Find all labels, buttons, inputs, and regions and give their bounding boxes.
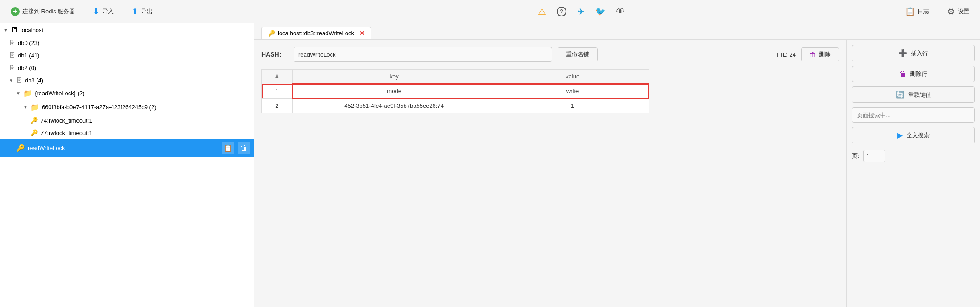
add-icon: ➕	[898, 49, 907, 57]
sidebar-item-localhost[interactable]: ▼ 🖥 localhost	[0, 23, 254, 37]
editor-with-panel: HASH: 重命名键 TTL: 24 🗑 删除 # key	[254, 40, 980, 307]
key2-label: 77:rwlock_timeout:1	[41, 130, 92, 136]
export-label: 导出	[141, 8, 153, 16]
server-icon: 🖥	[11, 26, 18, 34]
triangle-icon: ▼	[16, 91, 21, 96]
eye-icon[interactable]: 👁	[616, 6, 625, 16]
right-panel: ➕ 插入行 🗑 删除行 🔄 重载键值 ▶ 全文搜索 页:	[846, 40, 980, 307]
ttl-label: TTL: 24	[776, 51, 796, 58]
log-button[interactable]: 📋 日志	[901, 5, 933, 18]
toolbar: + 连接到 Redis 服务器 ⬇ 导入 ⬆ 导出 ⚠ ? ✈ 🐦 👁 📋 日志…	[0, 0, 980, 23]
delete-row-button[interactable]: 🗑 删除行	[852, 66, 975, 82]
page-input[interactable]	[863, 150, 885, 162]
triangle-icon: ▼	[4, 28, 8, 33]
folder1-label: {readWriteLock} (2)	[35, 90, 85, 97]
delete-button[interactable]: 🗑 删除	[801, 47, 839, 61]
tab-key-icon: 🔑	[268, 30, 275, 37]
toolbar-center: ⚠ ? ✈ 🐦 👁	[272, 6, 891, 17]
folder-icon: 📁	[30, 103, 39, 111]
rename-key-button[interactable]: 重命名键	[558, 47, 598, 61]
row1-value[interactable]: write	[496, 84, 649, 98]
sidebar-item-db2[interactable]: 🗄 db2 (0)	[0, 61, 254, 74]
table-row[interactable]: 2 452-3b51-4fc4-ae9f-35b7ba55ee26:74 1	[262, 98, 649, 113]
active-key-label: readWriteLock	[28, 145, 65, 151]
active-item-icons: 📋 🗑	[222, 142, 250, 154]
connect-label: 连接到 Redis 服务器	[22, 8, 75, 16]
settings-button[interactable]: ⚙ 设置	[943, 4, 973, 19]
key-icon: 🔑	[30, 129, 38, 136]
twitter-icon[interactable]: 🐦	[595, 7, 605, 16]
hash-type-label: HASH:	[261, 51, 288, 58]
copy-icon-btn[interactable]: 📋	[222, 142, 234, 154]
db2-label: db2 (0)	[18, 65, 36, 71]
fulltext-search-button[interactable]: ▶ 全文搜索	[852, 127, 975, 143]
import-label: 导入	[102, 8, 114, 16]
db-icon: 🗄	[16, 77, 22, 84]
key-icon: 🔑	[16, 144, 25, 152]
toolbar-left: + 连接到 Redis 服务器 ⬇ 导入 ⬆ 导出	[7, 0, 261, 23]
row2-value[interactable]: 1	[496, 98, 649, 113]
db3-label: db3 (4)	[25, 77, 43, 84]
table-row[interactable]: 1 mode write	[262, 84, 649, 98]
toolbar-right: 📋 日志 ⚙ 设置	[901, 4, 973, 19]
tab-label: localhost::db3::readWriteLock	[278, 30, 354, 37]
import-button[interactable]: ⬇ 导入	[89, 5, 117, 18]
trash-icon: 🗑	[899, 70, 906, 78]
log-icon: 📋	[905, 7, 915, 16]
db1-label: db1 (41)	[18, 52, 39, 59]
reload-label: 重载键值	[908, 91, 931, 99]
sidebar-item-key2[interactable]: 🔑 77:rwlock_timeout:1	[0, 127, 254, 139]
export-icon: ⬆	[132, 7, 138, 16]
folder2-label: 660f8bfa-b0e7-4117-a27a-423f264245c9 (2)	[42, 104, 157, 111]
insert-row-button[interactable]: ➕ 插入行	[852, 45, 975, 61]
server-label: localhost	[21, 27, 43, 33]
warning-icon[interactable]: ⚠	[538, 6, 546, 17]
sidebar-item-db0[interactable]: 🗄 db0 (23)	[0, 37, 254, 49]
connect-redis-button[interactable]: + 连接到 Redis 服务器	[7, 5, 79, 18]
row1-num: 1	[262, 84, 293, 98]
trash-icon: 🗑	[810, 51, 816, 58]
db-icon: 🗄	[9, 39, 15, 46]
tab-bar: 🔑 localhost::db3::readWriteLock ✕	[254, 23, 980, 40]
col-value-header: value	[496, 70, 649, 84]
play-icon: ▶	[897, 131, 903, 139]
reload-button[interactable]: 🔄 重载键值	[852, 86, 975, 103]
sidebar-item-readwritelock[interactable]: 🔑 readWriteLock 📋 🗑	[0, 139, 254, 157]
sidebar-item-folder2[interactable]: ▼ 📁 660f8bfa-b0e7-4117-a27a-423f264245c9…	[0, 100, 254, 114]
sidebar-item-db1[interactable]: 🗄 db1 (41)	[0, 49, 254, 61]
delete-row-label: 删除行	[910, 70, 927, 78]
page-search-input[interactable]	[852, 107, 975, 123]
export-button[interactable]: ⬆ 导出	[128, 5, 156, 18]
row2-num: 2	[262, 98, 293, 113]
key-icon: 🔑	[30, 117, 38, 124]
tab-close-icon[interactable]: ✕	[360, 30, 364, 37]
add-icon: +	[11, 7, 20, 16]
gear-icon: ⚙	[947, 6, 955, 17]
hash-key-input[interactable]	[294, 47, 552, 62]
hash-header: HASH: 重命名键 TTL: 24 🗑 删除	[261, 47, 839, 62]
insert-row-label: 插入行	[911, 49, 928, 57]
triangle-icon: ▼	[9, 78, 13, 83]
sidebar: ▼ 🖥 localhost 🗄 db0 (23) 🗄 db1 (41) 🗄 db…	[0, 23, 254, 307]
content-area: 🔑 localhost::db3::readWriteLock ✕ HASH: …	[254, 23, 980, 307]
sidebar-item-key1[interactable]: 🔑 74:rwlock_timeout:1	[0, 114, 254, 127]
trash-icon-btn[interactable]: 🗑	[238, 142, 250, 154]
fulltext-label: 全文搜索	[906, 131, 930, 139]
triangle-icon: ▼	[23, 105, 28, 110]
row1-key[interactable]: mode	[292, 84, 496, 98]
sidebar-item-db3[interactable]: ▼ 🗄 db3 (4)	[0, 74, 254, 86]
db0-label: db0 (23)	[18, 40, 39, 46]
row2-key[interactable]: 452-3b51-4fc4-ae9f-35b7ba55ee26:74	[292, 98, 496, 113]
db-icon: 🗄	[9, 64, 15, 71]
sidebar-item-folder1[interactable]: ▼ 📁 {readWriteLock} (2)	[0, 86, 254, 100]
telegram-icon[interactable]: ✈	[577, 6, 585, 17]
log-label: 日志	[918, 8, 929, 16]
tab-readwritelock[interactable]: 🔑 localhost::db3::readWriteLock ✕	[261, 27, 371, 39]
page-label: 页:	[852, 152, 860, 160]
folder-icon: 📁	[23, 89, 32, 98]
key1-label: 74:rwlock_timeout:1	[41, 117, 92, 124]
reload-icon: 🔄	[896, 90, 905, 99]
editor-main: HASH: 重命名键 TTL: 24 🗑 删除 # key	[254, 40, 846, 307]
col-num-header: #	[262, 70, 293, 84]
help-icon[interactable]: ?	[557, 7, 566, 16]
